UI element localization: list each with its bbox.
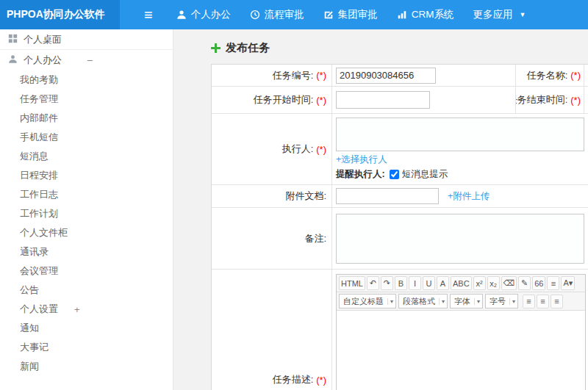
sidebar-item-label: 工作日志: [20, 188, 58, 201]
sidebar-item[interactable]: 任务管理: [0, 90, 173, 109]
sidebar-item[interactable]: 我的考勤: [0, 71, 173, 90]
nav-label: 更多应用: [473, 8, 512, 21]
editor-toolbar-button[interactable]: A: [437, 276, 449, 290]
caret-down-icon: ▾: [509, 298, 515, 305]
editor-content-area[interactable]: [337, 311, 585, 390]
align-button[interactable]: ≡: [551, 295, 563, 308]
sidebar-item-label: 个人文件柜: [20, 226, 68, 239]
remind-executor-row: 提醒执行人: 短消息提示: [336, 168, 448, 181]
executor-textarea[interactable]: [336, 118, 584, 151]
editor-toolbar-button[interactable]: ↶: [367, 276, 379, 290]
bar-chart-icon: [397, 10, 407, 20]
sidebar-item-label: 任务管理: [20, 93, 58, 106]
nav-crm-system[interactable]: CRM系统: [397, 8, 454, 21]
user-icon: [176, 10, 187, 20]
form-row-remark: 备注:: [212, 208, 588, 270]
description-label: 任务描述: (*): [212, 270, 332, 390]
sidebar-item[interactable]: 日程安排: [0, 166, 173, 185]
required-mark: (*): [570, 95, 581, 106]
editor-toolbar-row1: HTML ↶ ↷ B I U A: [337, 275, 585, 292]
attachment-input[interactable]: [336, 188, 439, 204]
sms-remind-label: 短消息提示: [402, 168, 448, 181]
sidebar-item[interactable]: 大事记: [0, 338, 173, 357]
sidebar-item[interactable]: 个人设置 +: [0, 300, 173, 319]
nav-group-approval[interactable]: 集团审批: [323, 8, 378, 21]
remark-textarea[interactable]: [336, 214, 584, 264]
sidebar-item-label: 工作计划: [20, 207, 58, 220]
collapse-icon[interactable]: −: [87, 54, 93, 66]
editor-dropdown[interactable]: 自定义标题 ▾: [339, 294, 396, 308]
select-executor-link[interactable]: +选择执行人: [336, 154, 387, 166]
clock-icon: [250, 10, 260, 20]
sidebar-item-desktop[interactable]: 个人桌面: [0, 29, 173, 50]
sidebar-item[interactable]: 新闻: [0, 357, 173, 376]
editor-toolbar-button[interactable]: I: [409, 276, 421, 290]
sidebar-item-label: 新闻: [20, 360, 39, 373]
editor-toolbar-button[interactable]: x₂: [487, 276, 500, 290]
editor-toolbar-button[interactable]: A▾: [561, 276, 575, 290]
editor-toolbar-button[interactable]: ≡: [547, 276, 559, 290]
publish-task-form: 任务编号: (*) 任务名称: (*) 任务开始时间: (*) 任务结束时间:: [211, 64, 588, 390]
sidebar-item-label: 我的考勤: [20, 73, 58, 87]
attachment-label: 附件文档:: [212, 185, 332, 207]
editor-toolbar-button[interactable]: U: [423, 276, 435, 290]
editor-toolbar-button[interactable]: B: [395, 276, 407, 290]
sidebar-item[interactable]: 通知: [0, 319, 173, 338]
sidebar-item-label: 短消息: [20, 150, 49, 163]
chevron-down-icon: ▼: [519, 11, 526, 18]
sidebar-item[interactable]: 个人文件柜: [0, 223, 173, 242]
sidebar-item[interactable]: 工作计划: [0, 204, 173, 223]
add-plus-icon: [211, 43, 220, 53]
nav-personal-office[interactable]: 个人办公: [176, 8, 231, 21]
editor-toolbar-button[interactable]: ↷: [381, 276, 393, 290]
editor-toolbar-button[interactable]: ⌫: [501, 276, 517, 290]
top-nav: 个人办公 流程审批 集团审批 CRM系统 更多应用 ▼: [176, 8, 526, 21]
nav-label: 流程审批: [265, 8, 304, 21]
nav-workflow-approval[interactable]: 流程审批: [250, 8, 304, 21]
end-time-cell: [584, 87, 588, 113]
editor-dropdown[interactable]: 字体 ▾: [450, 294, 483, 308]
editor-toolbar-button[interactable]: x²: [473, 276, 486, 290]
attachment-upload-link[interactable]: +附件上传: [448, 190, 490, 203]
sidebar-toggle-icon[interactable]: ≡: [144, 7, 153, 22]
expand-icon[interactable]: +: [74, 304, 80, 315]
task-name-cell: [584, 65, 588, 86]
app-logo: PHPOA协同办公软件: [0, 0, 120, 29]
align-button[interactable]: ≡: [537, 295, 549, 308]
sidebar-item-label: 公告: [20, 284, 39, 297]
editor-dropdown-group: 自定义标题 ▾ 段落格式 ▾ 字体: [339, 294, 518, 308]
editor-toolbar-button[interactable]: ✎: [518, 276, 531, 290]
form-row-task-number: 任务编号: (*) 任务名称: (*): [212, 65, 588, 87]
sidebar-item[interactable]: 手机短信: [0, 128, 173, 147]
sidebar-item[interactable]: 会议管理: [0, 261, 173, 281]
sms-remind-checkbox[interactable]: [390, 170, 399, 179]
nav-more-apps[interactable]: 更多应用 ▼: [473, 8, 526, 21]
sidebar-item-label: 大事记: [20, 341, 49, 354]
sidebar: 个人桌面 个人办公 − 我的考勤 任务管理 内部邮件 手机短: [0, 29, 173, 390]
sidebar-section-label: 个人办公: [24, 54, 62, 67]
required-mark: (*): [316, 375, 326, 386]
task-number-input[interactable]: [336, 68, 436, 84]
sidebar-item[interactable]: 短消息: [0, 147, 173, 166]
sidebar-item[interactable]: 内部邮件: [0, 109, 173, 128]
sidebar-section-personal-office[interactable]: 个人办公 −: [0, 50, 173, 71]
editor-toolbar-button[interactable]: ABC: [451, 276, 472, 290]
sidebar-item[interactable]: 通讯录: [0, 242, 173, 261]
sidebar-item-label: 会议管理: [20, 264, 58, 278]
sidebar-menu: 我的考勤 任务管理 内部邮件 手机短信 短消息: [0, 71, 173, 376]
editor-dropdown[interactable]: 字号 ▾: [485, 294, 518, 308]
editor-toolbar-button[interactable]: 66: [532, 276, 545, 290]
required-mark: (*): [316, 70, 326, 81]
caret-down-icon: ▾: [439, 298, 445, 305]
sidebar-item-label: 日程安排: [20, 169, 58, 182]
editor-align-group: ≡ ≡ ≡: [523, 295, 563, 308]
editor-toolbar-button[interactable]: HTML: [339, 276, 365, 290]
start-time-input[interactable]: [336, 91, 430, 109]
remark-label: 备注:: [212, 208, 332, 269]
sidebar-item[interactable]: 公告: [0, 281, 173, 300]
sidebar-item[interactable]: 工作日志: [0, 185, 173, 204]
align-button[interactable]: ≡: [523, 295, 535, 308]
end-time-label: 任务结束时间: (*): [516, 87, 584, 113]
caret-down-icon: ▾: [387, 298, 393, 305]
editor-dropdown[interactable]: 段落格式 ▾: [398, 294, 448, 308]
